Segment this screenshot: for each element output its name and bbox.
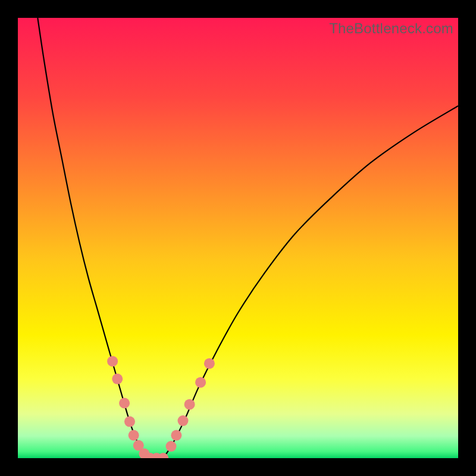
marker-dot [184, 399, 195, 410]
marker-dots [107, 356, 215, 458]
outer-frame: TheBottleneck.com [0, 0, 476, 476]
right-curve [163, 106, 458, 458]
marker-dot [204, 358, 215, 369]
marker-dot [129, 430, 139, 441]
marker-dot [107, 356, 118, 367]
plot-area: TheBottleneck.com [18, 18, 458, 458]
marker-dot [124, 416, 135, 427]
marker-dot [119, 398, 130, 409]
curves-layer [18, 18, 458, 458]
marker-dot [195, 377, 206, 388]
marker-dot [166, 441, 177, 452]
marker-dot [178, 415, 189, 426]
marker-dot [171, 430, 181, 441]
left-curve [37, 18, 150, 458]
marker-dot [112, 374, 123, 384]
